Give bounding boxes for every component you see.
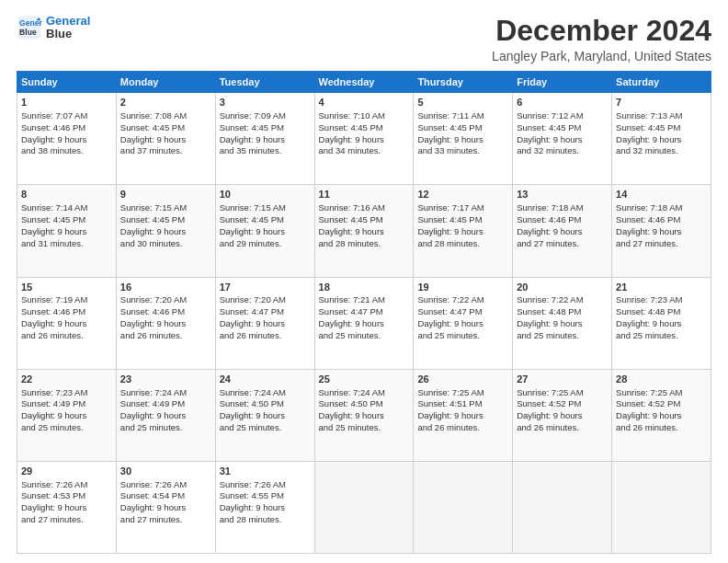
day-number: 23 — [120, 373, 211, 386]
calendar-cell: 25Sunrise: 7:24 AMSunset: 4:50 PMDayligh… — [314, 369, 414, 461]
day-number: 16 — [120, 281, 211, 294]
calendar-cell: 20Sunrise: 7:22 AMSunset: 4:48 PMDayligh… — [513, 277, 612, 369]
calendar-week-5: 29Sunrise: 7:26 AMSunset: 4:53 PMDayligh… — [17, 461, 711, 553]
day-number: 29 — [21, 465, 112, 478]
calendar-cell: 14Sunrise: 7:18 AMSunset: 4:46 PMDayligh… — [612, 185, 711, 277]
day-detail: Daylight: 9 hours — [21, 410, 112, 422]
day-detail: Sunrise: 7:23 AM — [616, 294, 707, 306]
calendar-cell: 12Sunrise: 7:17 AMSunset: 4:45 PMDayligh… — [414, 185, 513, 277]
day-detail: and 28 minutes. — [417, 238, 508, 250]
calendar-header-row: SundayMondayTuesdayWednesdayThursdayFrid… — [17, 72, 711, 93]
calendar-cell: 9Sunrise: 7:15 AMSunset: 4:45 PMDaylight… — [116, 185, 215, 277]
day-detail: and 26 minutes. — [220, 330, 311, 342]
day-detail: and 26 minutes. — [120, 330, 211, 342]
day-detail: Sunrise: 7:09 AM — [220, 110, 311, 122]
day-detail: Sunset: 4:46 PM — [616, 214, 707, 226]
day-detail: Sunrise: 7:24 AM — [220, 387, 311, 399]
day-detail: Sunset: 4:47 PM — [417, 306, 508, 318]
day-detail: Daylight: 9 hours — [319, 226, 410, 238]
day-header-thursday: Thursday — [414, 72, 513, 93]
calendar-cell: 27Sunrise: 7:25 AMSunset: 4:52 PMDayligh… — [513, 369, 612, 461]
calendar-cell: 19Sunrise: 7:22 AMSunset: 4:47 PMDayligh… — [414, 277, 513, 369]
day-detail: and 35 minutes. — [220, 145, 311, 157]
day-detail: Sunset: 4:51 PM — [417, 398, 508, 410]
calendar-week-4: 22Sunrise: 7:23 AMSunset: 4:49 PMDayligh… — [17, 369, 711, 461]
calendar-cell: 21Sunrise: 7:23 AMSunset: 4:48 PMDayligh… — [612, 277, 711, 369]
day-number: 22 — [21, 373, 112, 386]
day-number: 1 — [21, 96, 112, 109]
calendar-cell: 22Sunrise: 7:23 AMSunset: 4:49 PMDayligh… — [17, 369, 117, 461]
day-detail: Sunrise: 7:22 AM — [417, 294, 508, 306]
day-detail: Sunrise: 7:20 AM — [220, 294, 311, 306]
day-detail: Sunset: 4:49 PM — [21, 398, 112, 410]
calendar-week-1: 1Sunrise: 7:07 AMSunset: 4:46 PMDaylight… — [17, 93, 711, 185]
day-detail: and 29 minutes. — [220, 238, 311, 250]
day-detail: Sunrise: 7:24 AM — [120, 387, 211, 399]
calendar-cell — [314, 461, 414, 553]
calendar-cell: 10Sunrise: 7:15 AMSunset: 4:45 PMDayligh… — [215, 185, 314, 277]
day-detail: Sunrise: 7:15 AM — [220, 202, 311, 214]
day-detail: Daylight: 9 hours — [517, 134, 608, 146]
day-detail: Daylight: 9 hours — [417, 318, 508, 330]
day-detail: and 31 minutes. — [21, 238, 112, 250]
day-detail: Sunrise: 7:11 AM — [417, 110, 508, 122]
day-detail: Sunset: 4:50 PM — [319, 398, 410, 410]
day-detail: Daylight: 9 hours — [417, 410, 508, 422]
day-detail: Sunset: 4:45 PM — [120, 214, 211, 226]
calendar-cell: 24Sunrise: 7:24 AMSunset: 4:50 PMDayligh… — [215, 369, 314, 461]
day-detail: Sunrise: 7:26 AM — [21, 479, 112, 491]
day-number: 13 — [517, 188, 608, 201]
calendar-cell: 6Sunrise: 7:12 AMSunset: 4:45 PMDaylight… — [513, 93, 612, 185]
calendar-week-3: 15Sunrise: 7:19 AMSunset: 4:46 PMDayligh… — [17, 277, 711, 369]
day-number: 26 — [417, 373, 508, 386]
day-detail: Daylight: 9 hours — [21, 226, 112, 238]
day-detail: Sunset: 4:52 PM — [616, 398, 707, 410]
day-number: 31 — [220, 465, 311, 478]
day-detail: Sunset: 4:48 PM — [517, 306, 608, 318]
day-number: 30 — [120, 465, 211, 478]
day-detail: Sunset: 4:55 PM — [220, 490, 311, 502]
day-number: 5 — [417, 96, 508, 109]
day-detail: Sunset: 4:47 PM — [220, 306, 311, 318]
day-detail: Sunset: 4:46 PM — [21, 122, 112, 134]
day-number: 7 — [616, 96, 707, 109]
day-detail: Sunrise: 7:24 AM — [319, 387, 410, 399]
day-detail: Sunset: 4:52 PM — [517, 398, 608, 410]
calendar-cell: 23Sunrise: 7:24 AMSunset: 4:49 PMDayligh… — [116, 369, 215, 461]
calendar-cell: 13Sunrise: 7:18 AMSunset: 4:46 PMDayligh… — [513, 185, 612, 277]
day-detail: Sunset: 4:46 PM — [517, 214, 608, 226]
day-number: 10 — [220, 188, 311, 201]
day-detail: and 38 minutes. — [21, 145, 112, 157]
calendar-cell: 16Sunrise: 7:20 AMSunset: 4:46 PMDayligh… — [116, 277, 215, 369]
day-detail: and 37 minutes. — [120, 145, 211, 157]
day-detail: Sunrise: 7:22 AM — [517, 294, 608, 306]
logo-line1: General — [46, 15, 90, 28]
day-header-saturday: Saturday — [612, 72, 711, 93]
day-detail: Sunrise: 7:15 AM — [120, 202, 211, 214]
day-detail: Sunrise: 7:07 AM — [21, 110, 112, 122]
calendar-cell: 5Sunrise: 7:11 AMSunset: 4:45 PMDaylight… — [414, 93, 513, 185]
day-number: 27 — [517, 373, 608, 386]
day-detail: and 32 minutes. — [517, 145, 608, 157]
day-number: 4 — [319, 96, 410, 109]
day-number: 18 — [319, 281, 410, 294]
day-number: 9 — [120, 188, 211, 201]
logo-icon: General Blue — [17, 15, 42, 40]
calendar-cell: 29Sunrise: 7:26 AMSunset: 4:53 PMDayligh… — [17, 461, 117, 553]
day-detail: and 28 minutes. — [220, 514, 311, 526]
day-detail: Daylight: 9 hours — [319, 134, 410, 146]
day-detail: Daylight: 9 hours — [417, 134, 508, 146]
day-detail: and 26 minutes. — [21, 330, 112, 342]
day-detail: and 25 minutes. — [417, 330, 508, 342]
calendar-cell: 3Sunrise: 7:09 AMSunset: 4:45 PMDaylight… — [215, 93, 314, 185]
day-detail: Daylight: 9 hours — [120, 226, 211, 238]
day-detail: and 27 minutes. — [21, 514, 112, 526]
day-detail: and 27 minutes. — [616, 238, 707, 250]
day-detail: Sunrise: 7:23 AM — [21, 387, 112, 399]
month-title: December 2024 — [492, 15, 711, 47]
calendar-cell: 26Sunrise: 7:25 AMSunset: 4:51 PMDayligh… — [414, 369, 513, 461]
day-detail: Sunset: 4:45 PM — [220, 214, 311, 226]
day-detail: Sunrise: 7:18 AM — [517, 202, 608, 214]
day-number: 28 — [616, 373, 707, 386]
location: Langley Park, Maryland, United States — [492, 49, 711, 63]
